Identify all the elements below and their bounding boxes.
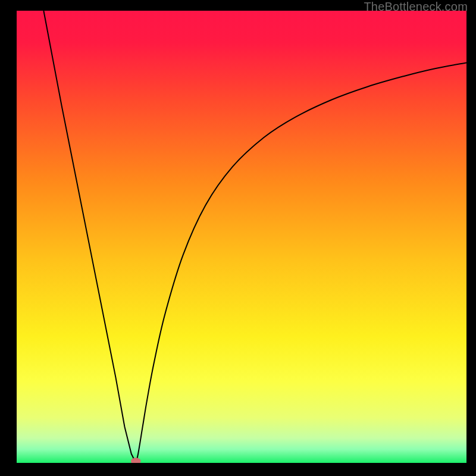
chart-background xyxy=(17,11,466,463)
chart-frame: TheBottleneck.com xyxy=(0,0,476,476)
watermark-text: TheBottleneck.com xyxy=(364,0,468,14)
bottleneck-chart xyxy=(17,11,466,463)
